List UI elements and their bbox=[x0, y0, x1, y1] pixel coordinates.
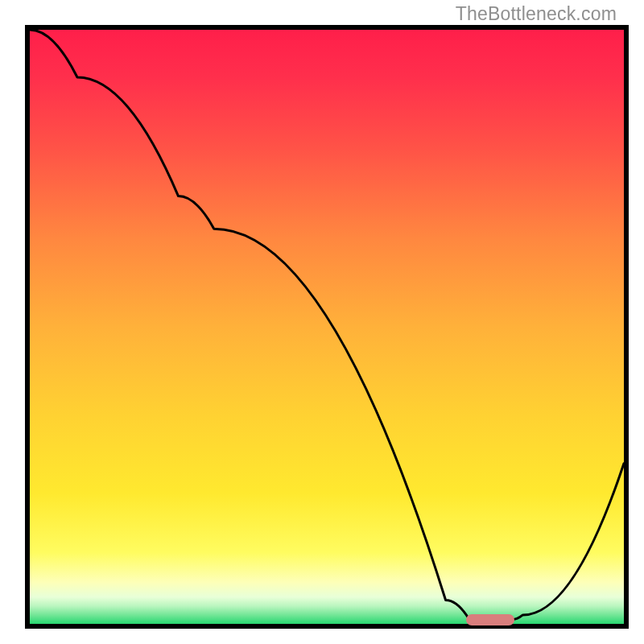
data-curve bbox=[30, 30, 624, 624]
optimum-marker bbox=[466, 614, 514, 625]
plot-frame bbox=[25, 25, 629, 629]
watermark-text: TheBottleneck.com bbox=[456, 3, 617, 25]
